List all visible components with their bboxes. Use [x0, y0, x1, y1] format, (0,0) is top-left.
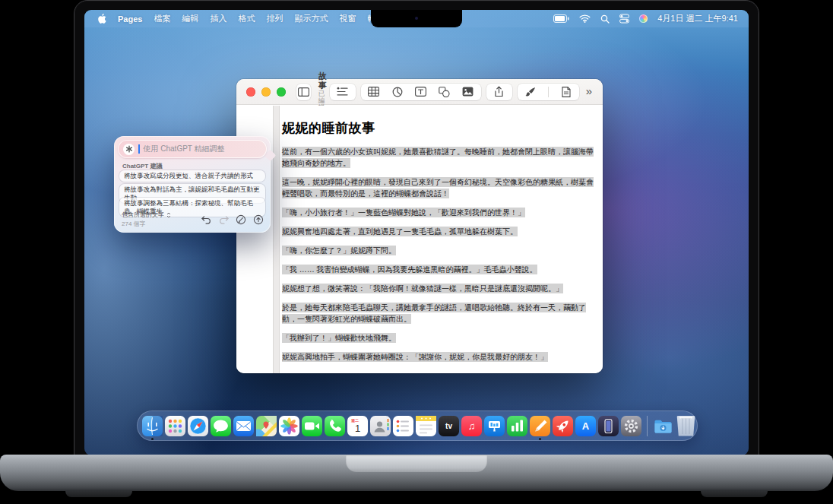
scope-group: 包含所選的文字 274 個字 — [122, 211, 171, 228]
paragraph[interactable]: 「我辦到了！」蝴蝶歡快地飛舞。 — [282, 332, 594, 344]
dock-messages[interactable] — [211, 416, 231, 436]
menu-view[interactable]: 顯示方式 — [294, 13, 328, 24]
selected-text[interactable]: 「我辦到了！」蝴蝶歡快地飛舞。 — [282, 333, 396, 343]
menu-file[interactable]: 檔案 — [154, 13, 170, 24]
dock-reminders[interactable] — [393, 416, 413, 436]
camera-icon — [415, 17, 418, 20]
page-margin-strip — [273, 106, 280, 373]
window-controls — [246, 87, 286, 97]
document-setup-icon[interactable] — [560, 86, 572, 98]
zoom-button[interactable] — [277, 87, 286, 97]
selected-text[interactable]: 「嗨，你怎麼了？」妮妮蹲下問。 — [282, 246, 396, 255]
dock-pages[interactable] — [530, 416, 550, 436]
close-button[interactable] — [246, 87, 255, 97]
selected-text[interactable]: 這一晚，妮妮睜開心裡的眼睛，發現自己來到了一個奇幻秘境。天空像彩色的糖果紙，樹葉… — [282, 177, 594, 198]
dock-apple-tv[interactable]: tv — [439, 416, 459, 436]
paragraph[interactable]: 「嗨，小小旅行者！」一隻藍色蝴蝶對她說，「歡迎來到我們的世界！」 — [282, 207, 594, 218]
selected-text[interactable]: 於是，她每天都來陪毛毛蟲聊天，講她最拿手的謎語，還唱歌給牠聽。終於有一天，繭動了… — [282, 303, 586, 324]
scope-selector[interactable]: 包含所選的文字 — [122, 211, 171, 219]
paragraph[interactable]: 「嗨，你怎麼了？」妮妮蹲下問。 — [282, 245, 594, 256]
minimize-button[interactable] — [261, 87, 271, 97]
view-icon[interactable] — [337, 86, 349, 98]
battery-icon[interactable] — [553, 14, 569, 23]
undo-icon[interactable] — [201, 214, 211, 225]
menu-insert[interactable]: 插入 — [210, 13, 226, 24]
dock-photos[interactable] — [279, 416, 299, 436]
dock-rocket-app[interactable] — [553, 416, 573, 436]
writing-tools-panel: 使用 ChatGPT 精細調整 ChatGPT 建議 將故事改寫成分段更短、適合… — [114, 136, 271, 233]
format-brush-icon[interactable] — [524, 86, 537, 98]
chevron-up-down-icon — [166, 212, 171, 218]
dock-music[interactable]: ♫ — [461, 416, 482, 436]
control-center-icon[interactable] — [619, 14, 629, 24]
search-icon[interactable] — [600, 14, 610, 24]
selected-text[interactable]: 「我 …… 我害怕變成蝴蝶，因為我要先躲進黑暗的繭裡。」毛毛蟲小聲說。 — [282, 265, 537, 274]
text-box-icon[interactable] — [415, 86, 427, 98]
wifi-icon[interactable] — [579, 14, 591, 23]
paragraph[interactable]: 從前，有一個六歲的小女孩叫妮妮，她最喜歡猜謎了。每晚睡前，她都會閉上眼睛，讓腦海… — [282, 146, 594, 169]
arrow-up-circle-icon[interactable] — [253, 214, 264, 225]
dock-safari[interactable] — [188, 416, 208, 436]
dock-notes[interactable] — [416, 416, 436, 436]
paragraph[interactable]: 妮妮興奮地四處走著，直到她遇見了一隻毛毛蟲，孤單地躲在樹葉下。 — [282, 226, 594, 237]
sidebar-toggle-button[interactable] — [296, 84, 311, 100]
menu-edit[interactable]: 編輯 — [182, 13, 198, 24]
apple-menu-icon[interactable] — [97, 13, 106, 24]
selected-text[interactable]: 妮妮高興地拍手，蝴蝶圍著她轉圈說：「謝謝你，妮妮，你是我最好的朋友！」 — [282, 352, 548, 362]
compose-pencil-icon[interactable] — [236, 214, 246, 225]
paragraph[interactable]: 「我 …… 我害怕變成蝴蝶，因為我要先躲進黑暗的繭裡。」毛毛蟲小聲說。 — [282, 264, 594, 275]
shapes-icon[interactable] — [439, 86, 451, 98]
menu-window[interactable]: 視窗 — [339, 13, 356, 24]
window-title-bar: 故事 已編輯 — [236, 79, 603, 105]
document-canvas: 妮妮的睡前故事 從前，有一個六歲的小女孩叫妮妮，她最喜歡猜謎了。每晚睡前，她都會… — [236, 106, 603, 373]
suggestion-1[interactable]: 將故事改寫成分段更短、適合親子共讀的形式 — [119, 170, 265, 182]
menu-format[interactable]: 格式 — [238, 13, 255, 24]
dock-app-store[interactable]: A — [575, 416, 596, 436]
table-icon[interactable] — [368, 86, 380, 98]
dock-iphone-mirroring[interactable] — [598, 416, 619, 436]
selected-text[interactable]: 「嗨，小小旅行者！」一隻藍色蝴蝶對她說，「歡迎來到我們的世界！」 — [282, 208, 525, 217]
dock-launchpad[interactable] — [165, 416, 185, 436]
dock-system-settings[interactable] — [621, 416, 641, 436]
dock-facetime[interactable] — [302, 416, 322, 436]
dock-contacts[interactable] — [370, 416, 391, 436]
selected-text[interactable]: 妮妮興奮地四處走著，直到她遇見了一隻毛毛蟲，孤單地躲在樹葉下。 — [282, 227, 518, 236]
scope-label: 包含所選的文字 — [122, 211, 164, 219]
dock-divider — [647, 416, 648, 436]
paragraph[interactable]: 妮妮高興地拍手，蝴蝶圍著她轉圈說：「謝謝你，妮妮，你是我最好的朋友！」 — [282, 351, 594, 363]
dock-trash[interactable] — [676, 416, 696, 436]
selected-text[interactable]: 妮妮想了想，微笑著說：「我陪你啊！就像猜謎一樣，黑暗只是謎底還沒揭開呢。」 — [282, 284, 563, 293]
more-icon[interactable]: » — [584, 84, 594, 99]
menu-arrange[interactable]: 排列 — [266, 13, 283, 24]
menu-app-name[interactable]: Pages — [118, 14, 142, 24]
dock-mail[interactable] — [233, 416, 254, 436]
dock-maps[interactable] — [256, 416, 277, 436]
paragraph[interactable]: 妮妮想了想，微笑著說：「我陪你啊！就像猜謎一樣，黑暗只是謎底還沒揭開呢。」 — [282, 283, 594, 294]
dock-phone[interactable] — [325, 416, 345, 436]
macbook-device: Pages 檔案 編輯 插入 格式 排列 顯示方式 視窗 輔助說明 — [0, 0, 833, 504]
text-cursor — [138, 144, 140, 154]
paragraph[interactable]: 於是，她每天都來陪毛毛蟲聊天，講她最拿手的謎語，還唱歌給牠聽。終於有一天，繭動了… — [282, 302, 594, 325]
chart-icon[interactable] — [391, 86, 404, 98]
svg-text:1: 1 — [355, 423, 360, 434]
dock-finder[interactable] — [142, 416, 163, 436]
redo-icon[interactable] — [218, 214, 229, 225]
macbook-base — [0, 455, 833, 491]
document-body[interactable]: 妮妮的睡前故事 從前，有一個六歲的小女孩叫妮妮，她最喜歡猜謎了。每晚睡前，她都會… — [282, 119, 594, 370]
dock-calendar[interactable]: 週二1 — [347, 416, 368, 436]
share-icon[interactable] — [493, 86, 505, 98]
menu-bar-clock[interactable]: 4月1日 週二 上午9:41 — [657, 13, 738, 24]
selected-text[interactable]: 從前，有一個六歲的小女孩叫妮妮，她最喜歡猜謎了。每晚睡前，她都會閉上眼睛，讓腦海… — [282, 147, 594, 168]
dock-downloads-folder[interactable] — [653, 416, 673, 436]
window-title: 故事 — [318, 71, 330, 90]
appstore-label: A — [582, 420, 589, 432]
music-note-icon: ♫ — [468, 420, 476, 432]
paragraph[interactable]: 這一晚，妮妮睜開心裡的眼睛，發現自己來到了一個奇幻秘境。天空像彩色的糖果紙，樹葉… — [282, 176, 594, 199]
media-icon[interactable] — [462, 86, 474, 98]
camera-notch — [371, 10, 462, 27]
chatgpt-input[interactable]: 使用 ChatGPT 精細調整 — [118, 140, 267, 158]
apple-intelligence-icon[interactable] — [639, 14, 648, 23]
dock-keynote[interactable] — [484, 416, 505, 436]
dock-numbers[interactable] — [507, 416, 527, 436]
document-title[interactable]: 妮妮的睡前故事 — [282, 119, 594, 137]
